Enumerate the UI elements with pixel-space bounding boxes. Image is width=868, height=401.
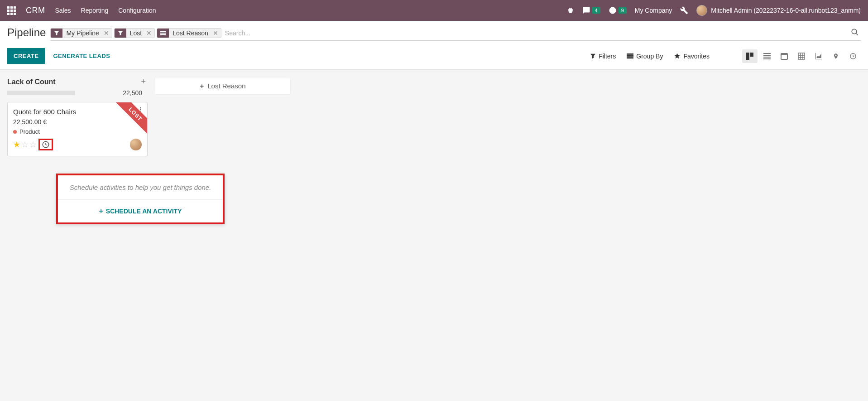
star-icon[interactable]: ☆	[29, 140, 37, 150]
create-button[interactable]: CREATE	[7, 48, 45, 64]
control-panel: Pipeline My Pipeline ✕ Lost ✕ Lost Reaso…	[0, 21, 868, 70]
star-icon[interactable]: ☆	[21, 140, 29, 150]
nav-configuration[interactable]: Configuration	[118, 7, 156, 14]
priority-stars[interactable]: ★ ☆ ☆	[13, 139, 53, 150]
kanban-column: Lack of Count + 22,500 ⋮ LOST Quote for …	[7, 77, 148, 156]
column-quick-create[interactable]: +	[141, 77, 146, 87]
facet-lost-reason[interactable]: Lost Reason ✕	[157, 28, 221, 38]
svg-point-0	[852, 29, 857, 34]
card-assignee-avatar[interactable]	[130, 139, 142, 150]
svg-rect-6	[763, 57, 771, 58]
facet-my-pipeline[interactable]: My Pipeline ✕	[50, 28, 112, 38]
search-input[interactable]	[221, 27, 849, 39]
favorites-dropdown[interactable]: Favorites	[674, 53, 710, 60]
facet-label: Lost	[126, 29, 145, 37]
filters-dropdown[interactable]: Filters	[590, 53, 616, 60]
apps-icon[interactable]	[7, 6, 16, 15]
view-pivot[interactable]	[794, 49, 809, 63]
navbar-left: CRM Sales Reporting Configuration	[7, 6, 156, 15]
facet-label: My Pipeline	[62, 29, 102, 37]
main-navbar: CRM Sales Reporting Configuration 4 9 My…	[0, 0, 868, 21]
user-menu[interactable]: Mitchell Admin (20222372-16-0-all.runbot…	[696, 5, 861, 16]
page-title: Pipeline	[7, 26, 46, 39]
view-graph[interactable]	[811, 49, 826, 63]
kanban-board: Lack of Count + 22,500 ⋮ LOST Quote for …	[0, 70, 868, 164]
avatar-icon	[696, 5, 707, 16]
search-bar[interactable]: My Pipeline ✕ Lost ✕ Lost Reason ✕	[50, 26, 861, 41]
facet-remove[interactable]: ✕	[103, 29, 110, 37]
tag-color-dot	[13, 130, 17, 134]
svg-rect-2	[746, 53, 749, 60]
view-kanban[interactable]	[742, 49, 758, 63]
view-calendar[interactable]	[777, 49, 792, 63]
view-switcher	[742, 49, 861, 63]
view-activity[interactable]	[845, 49, 861, 63]
column-progressbar[interactable]	[7, 91, 75, 95]
navbar-right: 4 9 My Company Mitchell Admin (20222372-…	[567, 5, 861, 16]
favorites-label: Favorites	[683, 53, 710, 60]
column-total: 22,500	[123, 89, 148, 97]
svg-rect-3	[750, 53, 753, 57]
card-tags: Product	[13, 128, 142, 135]
search-icon[interactable]	[849, 26, 861, 39]
kanban-card[interactable]: ⋮ LOST Quote for 600 Chairs 22,500.00 € …	[7, 102, 148, 156]
ghost-column-lost-reason[interactable]: + Lost Reason	[155, 77, 291, 95]
groupby-label: Group By	[636, 53, 663, 60]
debug-icon[interactable]	[567, 7, 574, 14]
nav-sales[interactable]: Sales	[55, 7, 71, 14]
tag-label: Product	[19, 128, 40, 135]
svg-rect-10	[798, 53, 805, 59]
svg-rect-7	[763, 58, 771, 59]
messaging-badge: 4	[592, 7, 600, 14]
column-title[interactable]: Lack of Count	[7, 78, 56, 86]
activities-badge: 9	[619, 7, 627, 14]
user-name: Mitchell Admin (20222372-16-0-all.runbot…	[711, 7, 861, 14]
facet-remove[interactable]: ✕	[145, 29, 153, 37]
app-title[interactable]: CRM	[26, 6, 45, 15]
facet-label: Lost Reason	[169, 29, 212, 37]
plus-icon: +	[200, 82, 204, 90]
facet-remove[interactable]: ✕	[212, 29, 219, 37]
activities-icon[interactable]: 9	[609, 6, 627, 14]
filter-icon	[51, 29, 62, 38]
tools-icon[interactable]	[680, 6, 688, 14]
svg-rect-4	[763, 53, 771, 54]
messaging-icon[interactable]: 4	[582, 6, 600, 14]
filter-icon	[115, 29, 126, 38]
view-map[interactable]	[828, 49, 844, 63]
card-amount: 22,500.00 €	[13, 118, 142, 126]
ghost-column-label: Lost Reason	[207, 82, 245, 90]
groupby-dropdown[interactable]: Group By	[627, 53, 663, 60]
svg-rect-9	[781, 53, 787, 55]
generate-leads-button[interactable]: GENERATE LEADS	[49, 48, 114, 64]
groupby-icon	[157, 29, 169, 38]
company-switcher[interactable]: My Company	[635, 7, 672, 14]
svg-line-1	[856, 33, 858, 35]
nav-reporting[interactable]: Reporting	[81, 7, 109, 14]
filters-label: Filters	[599, 53, 616, 60]
view-list[interactable]	[759, 49, 775, 63]
facet-lost[interactable]: Lost ✕	[114, 28, 155, 38]
activity-clock-highlight[interactable]	[38, 139, 53, 150]
star-icon[interactable]: ★	[13, 140, 20, 150]
svg-rect-5	[763, 55, 771, 56]
